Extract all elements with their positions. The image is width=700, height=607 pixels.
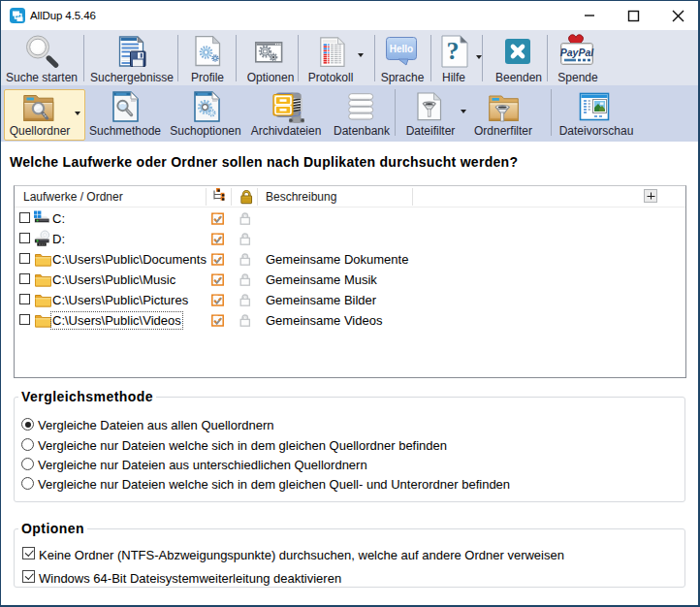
svg-text:Hello: Hello: [390, 44, 413, 54]
svg-text:PayPal: PayPal: [560, 47, 595, 58]
svg-text:?: ?: [447, 37, 460, 65]
